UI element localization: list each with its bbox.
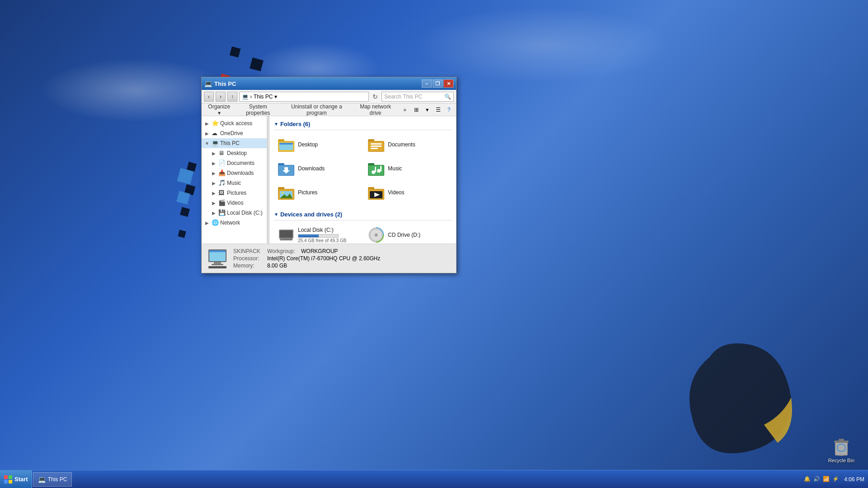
- nav-item-this-pc[interactable]: ▼ 💻 This PC: [202, 138, 267, 148]
- deco-shape-blue-1: [177, 168, 194, 185]
- recycle-bin-label: Recycle Bin: [828, 458, 854, 463]
- more-button[interactable]: »: [399, 105, 410, 115]
- window-title: This PC: [214, 80, 422, 87]
- view-details-button[interactable]: ☰: [433, 105, 443, 115]
- drive-bar-c: [298, 234, 339, 238]
- nav-item-videos[interactable]: ▶ 🎬 Videos: [202, 198, 267, 208]
- svg-rect-19: [375, 167, 376, 172]
- nav-label: Quick access: [220, 120, 264, 127]
- system-properties-button[interactable]: System properties: [235, 105, 280, 115]
- deco-shape-blue-2: [176, 191, 190, 205]
- windows-logo-deco: [674, 334, 800, 461]
- expand-icon: ▶: [211, 201, 217, 206]
- folders-section-header[interactable]: ▼ Folders (6): [274, 118, 452, 130]
- svg-rect-52: [4, 475, 8, 479]
- help-button[interactable]: ?: [444, 105, 454, 115]
- expand-icon: ▶: [204, 221, 210, 225]
- drive-bar-fill-c: [298, 235, 319, 237]
- svg-rect-41: [209, 250, 226, 252]
- toolbar-right: ⊞ ▾ ☰ ?: [411, 105, 454, 115]
- expand-icon: ▶: [211, 161, 217, 166]
- svg-point-38: [375, 234, 377, 236]
- nav-item-local-disk[interactable]: ▶ 💾 Local Disk (C:): [202, 208, 267, 218]
- nav-item-network[interactable]: ▶ 🌐 Network: [202, 218, 267, 228]
- drive-info-c: Local Disk (C:) 25.4 GB free of 49.3 GB: [298, 227, 346, 243]
- nav-label: Documents: [227, 160, 264, 166]
- close-button[interactable]: ✕: [443, 80, 453, 88]
- nav-item-downloads[interactable]: ▶ 📥 Downloads: [202, 168, 267, 178]
- drives-section-header[interactable]: ▼ Devices and drives (2): [274, 209, 452, 221]
- start-button[interactable]: Start: [0, 470, 32, 488]
- computer-icon: [206, 247, 229, 270]
- drives-grid: Local Disk (C:) 25.4 GB free of 49.3 GB: [274, 224, 452, 244]
- nav-icon: 🎵: [218, 179, 226, 187]
- nav-icon: 🌐: [212, 219, 219, 226]
- address-bar: ‹ › ↑ 💻 › This PC ▾ ↻ Search This PC 🔍: [202, 90, 456, 103]
- folder-icon-pictures: [278, 184, 294, 201]
- folder-item-desktop[interactable]: Desktop: [274, 134, 362, 155]
- folder-item-music[interactable]: Music: [364, 158, 452, 179]
- back-button[interactable]: ‹: [204, 92, 214, 102]
- view-mode-button[interactable]: ⊞: [411, 105, 421, 115]
- refresh-button[interactable]: ↻: [371, 92, 380, 101]
- explorer-window: 💻 This PC – ❐ ✕ ‹ › ↑ 💻 › This PC ▾ ↻ Se…: [201, 77, 457, 273]
- nav-item-documents[interactable]: ▶ 📄 Documents: [202, 158, 267, 168]
- svg-rect-8: [371, 143, 382, 145]
- title-bar: 💻 This PC – ❐ ✕: [202, 77, 456, 90]
- forward-button[interactable]: ›: [216, 92, 226, 102]
- folders-grid: Desktop: [274, 134, 452, 203]
- svg-point-34: [281, 239, 282, 240]
- address-path[interactable]: 💻 › This PC ▾: [239, 92, 369, 102]
- svg-rect-55: [9, 480, 12, 483]
- restore-button[interactable]: ❐: [433, 80, 443, 88]
- folder-item-documents[interactable]: Documents: [364, 134, 452, 155]
- nav-item-quick-access[interactable]: ▶ ⭐ Quick access: [202, 118, 267, 128]
- expand-icon: ▶: [211, 211, 217, 216]
- expand-icon: ▼: [204, 141, 210, 146]
- folder-icon-desktop: [278, 136, 294, 153]
- drive-item-d[interactable]: CD Drive (D:): [364, 224, 452, 244]
- up-button[interactable]: ↑: [227, 92, 237, 102]
- tray-clock[interactable]: 4:06 PM: [844, 476, 864, 483]
- folder-item-videos[interactable]: Videos: [364, 182, 452, 203]
- map-drive-button[interactable]: Map network drive: [353, 105, 399, 115]
- view-options-button[interactable]: ▾: [422, 105, 432, 115]
- taskbar-item-icon: 💻: [38, 476, 46, 483]
- nav-label: Local Disk (C:): [227, 210, 264, 216]
- drive-item-c[interactable]: Local Disk (C:) 25.4 GB free of 49.3 GB: [274, 224, 362, 244]
- nav-icon: ☁: [212, 130, 219, 137]
- svg-rect-53: [9, 475, 12, 479]
- folders-section-label: Folders (6): [280, 121, 310, 127]
- folder-item-downloads[interactable]: Downloads: [274, 158, 362, 179]
- recycle-bin[interactable]: Recycle Bin: [828, 435, 854, 463]
- deco-shape-5: [180, 207, 190, 217]
- tray-icon-4[interactable]: ⚡: [832, 476, 840, 483]
- nav-label: Pictures: [227, 190, 264, 196]
- organize-button[interactable]: Organize ▾: [204, 105, 234, 115]
- memory-value: 8.00 GB: [267, 263, 287, 269]
- folder-name-documents: Documents: [388, 141, 415, 148]
- svg-point-25: [282, 192, 283, 194]
- search-box[interactable]: Search This PC 🔍: [382, 92, 454, 102]
- nav-icon: ⭐: [212, 120, 219, 127]
- uninstall-button[interactable]: Uninstall or change a program: [282, 105, 352, 115]
- svg-rect-51: [839, 439, 844, 441]
- tray-icon-3[interactable]: 📶: [823, 476, 830, 483]
- tray-icon-1[interactable]: 🔔: [804, 476, 811, 483]
- tray-icon-2[interactable]: 🔊: [813, 476, 821, 483]
- svg-rect-9: [371, 145, 382, 147]
- skinpack-label: SKINPACK: [233, 248, 265, 254]
- minimize-button[interactable]: –: [422, 80, 432, 88]
- folder-name-music: Music: [388, 165, 402, 172]
- nav-item-music[interactable]: ▶ 🎵 Music: [202, 178, 267, 188]
- deco-shape-1: [230, 47, 241, 57]
- svg-point-18: [377, 169, 381, 173]
- nav-icon: 🎬: [218, 199, 226, 206]
- nav-item-onedrive[interactable]: ▶ ☁ OneDrive: [202, 128, 267, 138]
- folder-item-pictures[interactable]: Pictures: [274, 182, 362, 203]
- nav-item-pictures[interactable]: ▶ 🖼 Pictures: [202, 188, 267, 198]
- computer-info: SKINPACK Workgroup: WORKGROUP Processor:…: [233, 248, 380, 269]
- taskbar-explorer-item[interactable]: 💻 This PC: [33, 472, 72, 487]
- nav-item-desktop[interactable]: ▶ 🖥 Desktop: [202, 148, 267, 158]
- drive-icon-c: [278, 227, 294, 243]
